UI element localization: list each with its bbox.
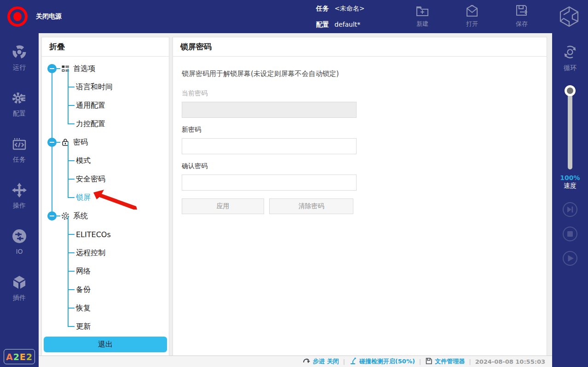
power-button[interactable]: 关闭电源	[7, 4, 62, 29]
current-password-label: 当前密码	[182, 89, 538, 98]
speed-slider-track[interactable]	[568, 87, 572, 169]
sidebar-item-label: 操作	[13, 202, 26, 210]
list-icon	[61, 64, 70, 73]
new-password-input[interactable]	[182, 138, 357, 154]
config-value: default*	[334, 19, 360, 29]
stop-button[interactable]	[562, 226, 578, 242]
floppy-icon	[425, 357, 432, 366]
topbar-actions: 新建 打开	[409, 4, 536, 28]
tree-item-elitecos[interactable]: ELITECOs	[68, 225, 169, 244]
tree-item-force-config[interactable]: 力控配置	[68, 115, 169, 133]
tree-item-backup[interactable]: 备份	[68, 280, 169, 299]
new-label: 新建	[416, 20, 428, 28]
badge-letter: 2	[26, 352, 33, 362]
description-text: 锁屏密码用于解锁屏幕(未设定则屏幕不会自动锁定)	[182, 70, 538, 78]
power-label: 关闭电源	[36, 12, 62, 21]
tree-group-system[interactable]: 系统	[42, 207, 169, 225]
tree-connector	[57, 142, 60, 143]
task-label: 任务	[316, 3, 329, 13]
task-row: 任务 <未命名>	[316, 3, 364, 13]
tree-item-lock-screen[interactable]: 锁屏	[68, 188, 169, 207]
config-label: 配置	[316, 19, 329, 29]
save-button[interactable]: 保存	[508, 4, 536, 28]
tree-group-label: 系统	[73, 211, 88, 221]
tree-item-label: 更新	[76, 322, 91, 332]
tree-item-language-time[interactable]: 语言和时间	[68, 78, 169, 96]
gear-icon	[61, 211, 70, 221]
version-badge[interactable]: A 2 E 2	[4, 349, 35, 364]
collapse-minus-icon[interactable]	[47, 64, 57, 73]
play-button[interactable]	[562, 250, 578, 266]
tree-item-mode[interactable]: 模式	[68, 151, 169, 170]
loop-cycle-icon	[561, 43, 579, 62]
statusbar-separator: |	[419, 358, 421, 365]
save-label: 保存	[516, 20, 528, 28]
tree-item-remote-control[interactable]: 远程控制	[68, 244, 169, 262]
code-window-icon	[12, 136, 27, 153]
apply-button[interactable]: 应用	[182, 198, 264, 214]
tree-panel-header[interactable]: 折叠	[42, 37, 169, 57]
tree-connector	[57, 68, 60, 69]
tree-item-label: 模式	[76, 156, 91, 166]
new-password-label: 新密码	[182, 126, 538, 134]
badge-letter: 2	[13, 352, 20, 362]
io-arrows-icon	[12, 228, 27, 245]
settings-tree: 首选项 语言和时间 通用配置 力控配置	[42, 57, 169, 336]
tree-item-label: 语言和时间	[76, 82, 113, 92]
speed-label: 速度	[552, 182, 588, 190]
current-password-input[interactable]	[182, 102, 357, 118]
exit-button[interactable]: 退出	[44, 337, 167, 352]
collision-status[interactable]: 碰撞检测开启(50%)	[349, 357, 415, 366]
confirm-password-input[interactable]	[182, 175, 357, 191]
statusbar-separator: |	[469, 358, 471, 365]
sidebar-item-run[interactable]: 运行	[0, 44, 39, 72]
sidebar-item-config[interactable]: 配置	[0, 90, 39, 118]
tree-children-password: 模式 安全密码 锁屏	[68, 151, 169, 207]
sidebar-item-label: IO	[16, 248, 23, 255]
sidebar-item-plugin[interactable]: 插件	[0, 274, 39, 302]
cube-icon	[12, 274, 27, 291]
tree-connector	[57, 216, 60, 216]
tree-item-label: 安全密码	[76, 175, 105, 184]
clear-password-button[interactable]: 清除密码	[269, 198, 353, 214]
tree-item-label: 网络	[76, 267, 91, 276]
sidebar-item-operate[interactable]: 操作	[0, 182, 39, 210]
tree-item-label: 力控配置	[76, 119, 105, 129]
tree-group-preferences[interactable]: 首选项	[42, 59, 169, 78]
tree-group-password[interactable]: 密码	[42, 133, 169, 151]
speed-slider-knob[interactable]	[565, 85, 576, 96]
sidebar-item-io[interactable]: IO	[0, 228, 39, 255]
step-status[interactable]: 步进 关闭	[303, 357, 339, 366]
run-target-icon	[12, 44, 27, 61]
tree-children-system: ELITECOs 远程控制 网络 备份 恢复 更新	[68, 225, 169, 336]
power-record-icon	[7, 6, 28, 27]
task-config-block: 任务 <未命名> 配置 default*	[316, 3, 364, 35]
collapse-minus-icon[interactable]	[47, 138, 57, 147]
elite-brand-logo-icon	[558, 5, 581, 30]
tree-item-general-config[interactable]: 通用配置	[68, 96, 169, 115]
badge-letter: E	[20, 352, 26, 362]
collapse-minus-icon[interactable]	[47, 211, 57, 221]
sidebar-item-label: 插件	[13, 294, 26, 302]
new-button[interactable]: 新建	[409, 4, 436, 28]
sidebar-item-label: 任务	[13, 156, 26, 164]
task-value: <未命名>	[334, 3, 364, 13]
tree-group-label: 首选项	[73, 64, 95, 74]
right-sidebar: 循环 100% 速度	[552, 33, 588, 367]
sidebar-item-label: 配置	[13, 110, 26, 118]
open-button[interactable]: 打开	[458, 4, 486, 28]
statusbar-timestamp: 2024-08-08 10:55:03	[475, 358, 545, 365]
file-manager-button[interactable]: 文件管理器	[425, 357, 465, 366]
tree-item-safety-password[interactable]: 安全密码	[68, 170, 169, 188]
tree-item-label: ELITECOs	[76, 230, 111, 239]
confirm-password-label: 确认密码	[182, 162, 538, 170]
tree-item-update[interactable]: 更新	[68, 317, 169, 336]
content-body: 锁屏密码用于解锁屏幕(未设定则屏幕不会自动锁定) 当前密码 新密码 确认密码 应…	[173, 57, 547, 214]
step-forward-button[interactable]	[562, 202, 578, 217]
tree-item-restore[interactable]: 恢复	[68, 299, 169, 317]
tree-item-network[interactable]: 网络	[68, 262, 169, 280]
sidebar-item-label: 运行	[13, 64, 26, 72]
sidebar-item-task[interactable]: 任务	[0, 136, 39, 164]
loop-mode-button[interactable]: 循环	[552, 43, 588, 72]
file-manager-label: 文件管理器	[435, 357, 465, 366]
